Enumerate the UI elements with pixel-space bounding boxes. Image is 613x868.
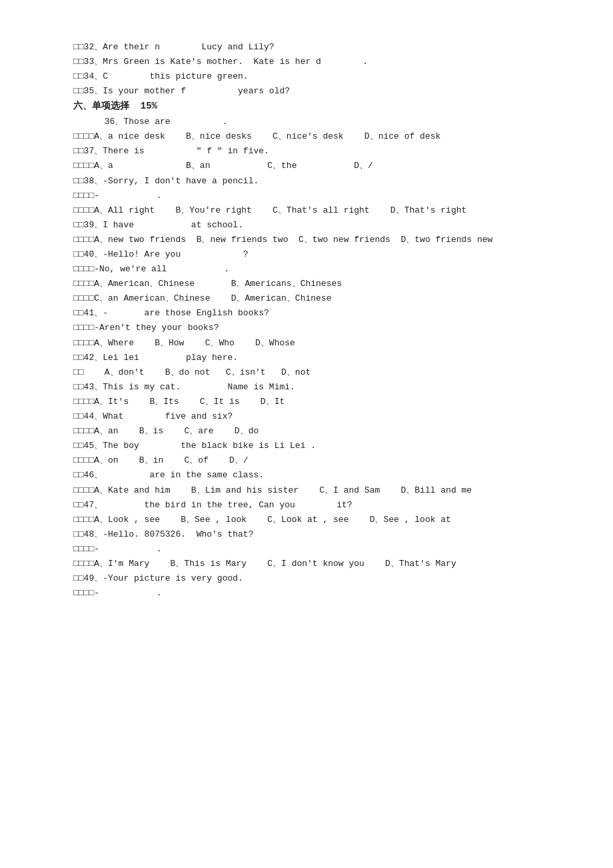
exam-line-18: □□□□C、an American、Chinese D、American、Chi…	[73, 291, 540, 306]
exam-line-37: □□49、-Your picture is very good.	[73, 571, 540, 586]
exam-line-5: 六、单项选择 15%	[73, 99, 540, 115]
exam-line-30: □□46、 are in the same class.	[73, 468, 540, 483]
exam-line-14: □□□□A、new two friends B、new friends two …	[73, 233, 540, 247]
exam-line-11: □□□□- .	[73, 189, 540, 203]
exam-line-26: □□44、What five and six?	[73, 409, 540, 424]
exam-line-17: □□□□A、American、Chinese B、Americans、Chine…	[73, 277, 540, 291]
exam-line-20: □□□□-Aren't they your books?	[73, 321, 540, 335]
exam-line-25: □□□□A、It's B、Its C、It is D、It	[73, 395, 540, 409]
exam-line-31: □□□□A、Kate and him B、Lim and his sister …	[73, 483, 540, 498]
exam-line-38: □□□□- .	[73, 586, 540, 601]
exam-line-22: □□42、Lei lei play here.	[73, 351, 540, 365]
exam-line-1: □□32、Are their n Lucy and Lily?	[73, 40, 540, 55]
exam-line-9: □□□□A、a B、an C、the D、/	[73, 159, 540, 173]
exam-line-29: □□□□A、on B、in C、of D、/	[73, 453, 540, 468]
exam-line-6: 36、Those are .	[73, 115, 540, 129]
exam-line-21: □□□□A、Where B、How C、Who D、Whose	[73, 336, 540, 351]
exam-line-12: □□□□A、All right B、You're right C、That's …	[73, 203, 540, 218]
exam-line-24: □□43、This is my cat. Name is Mimi.	[73, 380, 540, 395]
exam-line-32: □□47、 the bird in the tree, Can you it?	[73, 498, 540, 513]
exam-line-10: □□38、-Sorry, I don't have a pencil.	[73, 174, 540, 189]
exam-line-27: □□□□A、an B、is C、are D、do	[73, 424, 540, 439]
exam-line-3: □□34、C this picture green.	[73, 69, 540, 84]
exam-line-23: □□ A、don't B、do not C、isn't D、not	[73, 365, 540, 380]
exam-line-28: □□45、The boy the black bike is Li Lei .	[73, 439, 540, 453]
exam-line-19: □□41、- are those English books?	[73, 306, 540, 321]
exam-line-33: □□□□A、Look , see B、See , look C、Look at …	[73, 513, 540, 527]
exam-line-7: □□□□A、a nice desk B、nice desks C、nice's …	[73, 129, 540, 144]
exam-line-4: □□35、Is your mother f years old?	[73, 84, 540, 99]
exam-line-36: □□□□A、I'm Mary B、This is Mary C、I don't …	[73, 557, 540, 571]
exam-line-15: □□40、-Hello! Are you ?	[73, 247, 540, 262]
exam-line-2: □□33、Mrs Green is Kate's mother. Kate is…	[73, 55, 540, 69]
exam-line-35: □□□□- .	[73, 542, 540, 557]
exam-line-8: □□37、There is " f " in five.	[73, 144, 540, 159]
exam-line-16: □□□□-No, we're all .	[73, 262, 540, 277]
exam-line-13: □□39、I have at school.	[73, 218, 540, 233]
exam-line-34: □□48、-Hello. 8075326. Who's that?	[73, 527, 540, 542]
exam-content: □□32、Are their n Lucy and Lily?□□33、Mrs …	[73, 40, 540, 601]
